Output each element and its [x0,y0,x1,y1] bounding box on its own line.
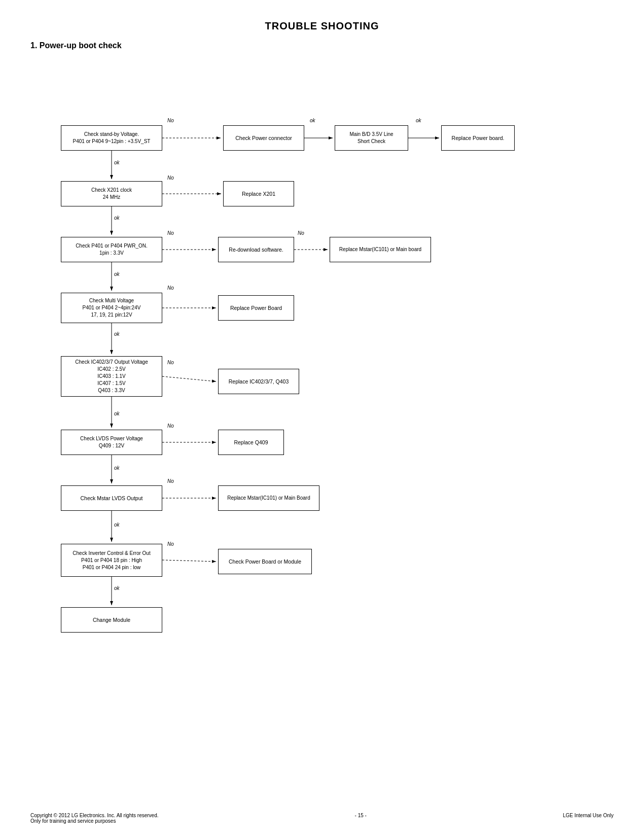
label-ok-6: ok [114,331,120,337]
box-check-multi-voltage: Check Multi Voltage P401 or P404 2~4pin:… [61,293,162,323]
box-check-standby-voltage: Check stand-by Voltage. P401 or P404 9~1… [61,125,162,151]
label-ok-1: ok [310,118,315,123]
section-title: 1. Power-up boot check [30,41,614,50]
label-no-7: No [167,423,174,429]
box-replace-mstar-main-2: Replace Mstar(IC101) or Main Board [218,485,319,511]
label-ok-5: ok [114,271,120,277]
label-ok-2: ok [416,118,421,123]
box-replace-power-board-2: Replace Power Board [218,295,294,321]
page-title: TROUBLE SHOOTING [30,20,614,32]
box-check-ic402-output: Check IC402/3/7 Output Voltage IC402 : 2… [61,356,162,397]
box-replace-q409: Replace Q409 [218,430,284,455]
label-no-1: No [167,118,174,123]
box-main-bd-short-check: Main B/D 3.5V Line Short Check [335,125,408,151]
label-ok-7: ok [114,411,120,416]
box-check-power-board-module: Check Power Board or Module [218,549,312,574]
box-replace-x201: Replace X201 [223,181,294,206]
footer-right: LGE Internal Use Only [563,813,614,824]
box-check-inverter-control: Check Inverter Control & Error Out P401 … [61,544,162,577]
svg-line-13 [162,376,216,381]
box-check-lvds-power: Check LVDS Power Voltage Q409 : 12V [61,430,162,455]
label-no-6: No [167,360,174,365]
box-replace-power-board-1: Replace Power board. [441,125,515,151]
label-no-9: No [167,541,174,547]
label-ok-9: ok [114,522,120,528]
label-no-3: No [167,230,174,236]
footer-left: Copyright © 2012 LG Electronics. Inc. Al… [30,813,158,824]
flowchart: No ok ok ok No ok No No ok No ok No ok N… [30,59,588,668]
box-redownload-software: Re-download software. [218,237,294,262]
box-check-power-connector: Check Power connector [223,125,304,151]
label-ok-4: ok [114,215,120,221]
label-no-5: No [167,285,174,291]
box-replace-ic402: Replace IC402/3/7, Q403 [218,369,299,394]
box-check-pwr-on: Check P401 or P404 PWR_ON. 1pin : 3.3V [61,237,162,262]
label-no-4: No [298,230,304,236]
box-change-module: Change Module [61,607,162,633]
label-ok-10: ok [114,585,120,591]
box-replace-mstar-main: Replace Mstar(IC101) or Main board [330,237,431,262]
footer: Copyright © 2012 LG Electronics. Inc. Al… [30,813,614,824]
svg-line-19 [162,560,216,562]
label-ok-3: ok [114,160,120,165]
label-no-2: No [167,175,174,181]
box-check-x201-clock: Check X201 clock 24 MHz [61,181,162,206]
label-no-8: No [167,478,174,484]
label-ok-8: ok [114,465,120,471]
page: TROUBLE SHOOTING 1. Power-up boot check [0,0,644,839]
footer-center: - 15 - [355,813,367,824]
box-check-mstar-lvds: Check Mstar LVDS Output [61,485,162,511]
